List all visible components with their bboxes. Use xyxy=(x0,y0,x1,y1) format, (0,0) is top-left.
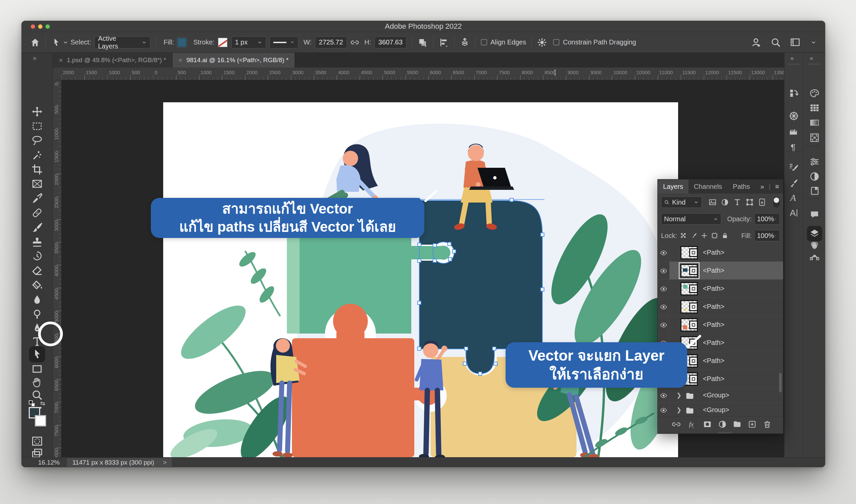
layer-thumbnail[interactable] xyxy=(680,246,698,259)
pen-tool[interactable] xyxy=(31,322,43,334)
brushes-icon[interactable] xyxy=(788,178,799,189)
path-select-tool[interactable] xyxy=(31,348,43,360)
visibility-toggle[interactable] xyxy=(658,316,670,334)
layers-panel-icon[interactable] xyxy=(809,228,820,239)
layers-scrollbar[interactable] xyxy=(779,373,782,392)
swap-colors-icon[interactable]: ⇆ xyxy=(40,400,45,407)
dodge-tool[interactable] xyxy=(31,308,43,320)
visibility-toggle[interactable] xyxy=(658,244,670,262)
gradients-icon[interactable] xyxy=(809,117,820,128)
document-canvas[interactable] xyxy=(163,102,678,467)
filter-adjust-icon[interactable] xyxy=(720,198,729,206)
stroke-swatch[interactable] xyxy=(218,38,227,47)
fill-swatch[interactable] xyxy=(177,38,186,47)
layer-thumbnail[interactable] xyxy=(680,300,698,313)
lock-transparent-icon[interactable] xyxy=(680,232,687,239)
collapse-panels-icon[interactable]: « xyxy=(810,55,813,62)
search-icon[interactable] xyxy=(770,37,781,48)
anchor-point[interactable] xyxy=(452,250,456,253)
chevron-right-icon[interactable]: ❯ xyxy=(676,407,681,414)
anchor-point[interactable] xyxy=(417,347,421,350)
anchor-point[interactable] xyxy=(417,301,421,305)
anchor-point[interactable] xyxy=(433,244,436,247)
lock-move-icon[interactable] xyxy=(700,232,708,239)
gear-icon[interactable] xyxy=(537,37,547,48)
filter-type-icon[interactable] xyxy=(733,198,742,206)
workspace-icon[interactable] xyxy=(790,37,801,48)
workspace-chevron-icon[interactable] xyxy=(810,39,817,46)
panel-resize-grip[interactable] xyxy=(718,432,732,433)
filter-kind-dropdown[interactable]: Kind xyxy=(661,197,702,208)
anchor-point[interactable] xyxy=(494,362,497,365)
adjustments-icon[interactable] xyxy=(809,171,820,182)
tab-layers[interactable]: Layers xyxy=(658,179,689,194)
anchor-point[interactable] xyxy=(463,362,466,365)
filter-smart-icon[interactable] xyxy=(758,198,766,206)
visibility-toggle[interactable] xyxy=(658,298,670,316)
paint-bucket-tool[interactable] xyxy=(31,280,43,291)
layer-row-group[interactable]: ❯<Group> xyxy=(658,388,783,403)
visibility-toggle[interactable] xyxy=(658,262,670,280)
brush-tool[interactable] xyxy=(31,221,43,233)
crop-tool[interactable] xyxy=(31,163,43,176)
close-tab-icon[interactable]: × xyxy=(179,56,182,64)
para-styles-icon[interactable]: A xyxy=(788,208,799,218)
tool-preset-chevron-icon[interactable] xyxy=(63,39,69,46)
background-color-swatch[interactable] xyxy=(35,415,46,427)
anchor-point[interactable] xyxy=(541,288,544,291)
anchor-point[interactable] xyxy=(493,347,496,350)
toolbar-expand-icon[interactable]: » xyxy=(33,54,36,62)
document-info-field[interactable]: 11471 px x 8333 px (300 ppi) > xyxy=(67,458,172,467)
visibility-toggle[interactable] xyxy=(658,388,670,402)
marquee-tool[interactable] xyxy=(31,120,43,132)
layer-thumbnail[interactable] xyxy=(680,282,698,295)
layer-thumbnail[interactable] xyxy=(680,264,698,277)
anchor-point[interactable] xyxy=(510,198,513,201)
opacity-field[interactable]: 100% xyxy=(754,213,780,224)
trash-icon[interactable] xyxy=(763,420,772,429)
anchor-point[interactable] xyxy=(417,259,421,263)
navigator-icon[interactable] xyxy=(788,111,799,121)
panel-collapse-icon[interactable]: » xyxy=(760,183,764,191)
eraser-tool[interactable] xyxy=(31,265,43,277)
color-panel-icon[interactable] xyxy=(809,88,820,98)
anchor-point[interactable] xyxy=(417,243,421,246)
stroke-width-dropdown[interactable]: 1 px xyxy=(231,36,266,49)
lock-all-icon[interactable] xyxy=(721,232,729,239)
filter-toggle[interactable] xyxy=(773,197,780,208)
path-alignment-icon[interactable] xyxy=(439,37,449,48)
filter-shape-icon[interactable] xyxy=(745,198,754,206)
zoom-tool[interactable] xyxy=(31,389,43,401)
type-tool[interactable] xyxy=(31,336,43,347)
zoom-level-field[interactable]: 16.12% xyxy=(38,459,59,466)
layer-row-group[interactable]: ❯<Group> xyxy=(658,403,783,417)
frame-tool[interactable] xyxy=(31,178,43,190)
anchor-point[interactable] xyxy=(433,259,436,263)
layer-row-path[interactable]: <Path> xyxy=(658,262,783,280)
layer-row-path[interactable]: <Path> xyxy=(658,298,783,316)
lock-artboard-icon[interactable] xyxy=(711,232,718,239)
visibility-toggle[interactable] xyxy=(658,403,670,417)
comments-icon[interactable] xyxy=(809,209,820,220)
anchor-point[interactable] xyxy=(448,258,452,261)
stamp-tool[interactable] xyxy=(31,236,43,248)
height-input[interactable]: 3607.63 xyxy=(374,36,407,49)
link-dimensions-icon[interactable] xyxy=(351,38,359,47)
blur-tool[interactable] xyxy=(31,294,43,306)
properties-icon[interactable] xyxy=(809,157,820,167)
layer-thumbnail[interactable] xyxy=(680,318,698,331)
healing-tool[interactable] xyxy=(31,207,43,219)
history-panel-icon[interactable] xyxy=(788,88,799,98)
tab-paths[interactable]: Paths xyxy=(728,179,755,194)
align-edges-checkbox[interactable] xyxy=(481,39,487,46)
channels-icon[interactable] xyxy=(809,240,820,251)
mask-icon[interactable] xyxy=(703,420,712,429)
panel-menu-icon[interactable]: ≡ xyxy=(775,183,779,191)
paths-panel-icon[interactable] xyxy=(809,251,820,262)
home-icon[interactable] xyxy=(30,37,40,48)
chevron-right-icon[interactable]: ❯ xyxy=(676,392,681,399)
fill-field[interactable]: 100% xyxy=(754,230,780,241)
folder-icon[interactable] xyxy=(733,420,742,429)
move-tool[interactable] xyxy=(31,106,43,118)
collapse-panels-icon[interactable]: « xyxy=(790,55,793,62)
